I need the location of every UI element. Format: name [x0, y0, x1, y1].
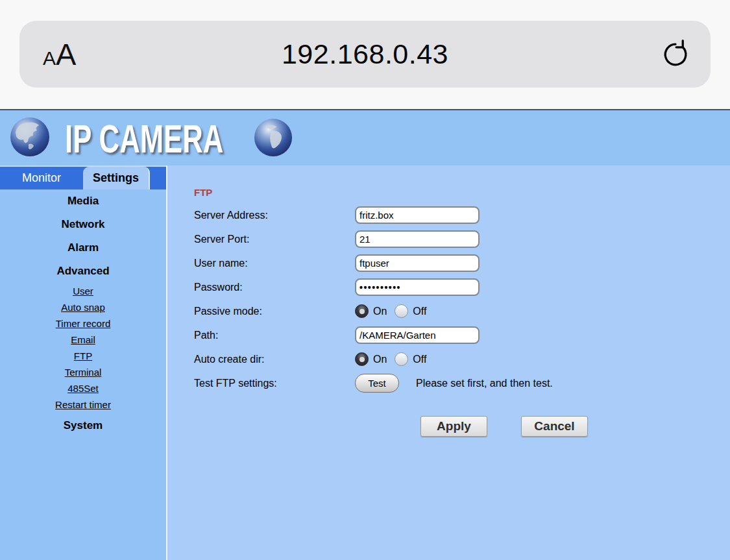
path-input[interactable]: [355, 326, 480, 344]
sidebar-item-alarm[interactable]: Alarm: [0, 236, 166, 260]
auto-create-dir-off-label: Off: [413, 354, 426, 365]
sidebar-item-timer-record[interactable]: Timer record: [0, 315, 166, 332]
address-bar[interactable]: AA 192.168.0.43: [19, 21, 711, 88]
sidebar-item-system[interactable]: System: [0, 414, 166, 437]
password-label: Password:: [194, 282, 355, 293]
username-input[interactable]: [355, 254, 480, 272]
reload-icon[interactable]: [660, 39, 691, 70]
server-port-input[interactable]: [355, 230, 480, 248]
auto-create-dir-on-label: On: [373, 354, 387, 365]
path-label: Path:: [194, 330, 355, 341]
passive-mode-label: Passive mode:: [194, 306, 355, 317]
test-note: Please set first, and then test.: [416, 378, 553, 389]
auto-create-dir-row: Auto create dir: On Off: [194, 347, 730, 371]
sidebar-item-485set[interactable]: 485Set: [0, 380, 166, 396]
browser-chrome: AA 192.168.0.43: [0, 0, 730, 110]
site-header: IP CAMERA: [0, 110, 730, 165]
passive-mode-on-label: On: [373, 306, 387, 317]
cancel-button[interactable]: Cancel: [521, 416, 588, 437]
tab-bar: Monitor Settings: [0, 165, 166, 189]
test-button[interactable]: Test: [355, 374, 399, 393]
ftp-heading: FTP: [194, 187, 730, 198]
test-ftp-row: Test FTP settings: Test Please set first…: [194, 371, 730, 395]
path-row: Path:: [194, 323, 730, 347]
tab-monitor[interactable]: Monitor: [0, 167, 83, 189]
sidebar-item-terminal[interactable]: Terminal: [0, 364, 166, 380]
app-body: Monitor Settings Media Network Alarm Adv…: [0, 165, 730, 560]
server-address-row: Server Address:: [194, 203, 730, 227]
auto-create-dir-off-radio[interactable]: [395, 352, 408, 366]
password-input[interactable]: [355, 278, 480, 296]
apply-button[interactable]: Apply: [420, 416, 487, 437]
password-row: Password:: [194, 275, 730, 299]
sidebar-item-user[interactable]: User: [0, 283, 166, 299]
tab-settings[interactable]: Settings: [83, 167, 150, 189]
sidebar-item-auto-snap[interactable]: Auto snap: [0, 299, 166, 315]
test-ftp-label: Test FTP settings:: [194, 378, 355, 389]
passive-mode-off-label: Off: [413, 306, 426, 317]
page-title: IP CAMERA: [65, 116, 223, 162]
action-row: Apply Cancel: [194, 416, 730, 437]
server-address-input[interactable]: [355, 206, 480, 224]
sidebar-item-restart-timer[interactable]: Restart timer: [0, 396, 166, 413]
username-row: User name:: [194, 251, 730, 275]
passive-mode-on-radio[interactable]: [355, 304, 369, 318]
username-label: User name:: [194, 258, 355, 269]
auto-create-dir-label: Auto create dir:: [194, 354, 355, 365]
globe-south-america-icon: [253, 117, 293, 160]
server-port-row: Server Port:: [194, 227, 730, 251]
sidebar-item-network[interactable]: Network: [0, 213, 166, 236]
globe-americas-icon: [9, 116, 51, 160]
auto-create-dir-on-radio[interactable]: [355, 352, 369, 366]
ftp-settings-panel: FTP Server Address: Server Port: User na…: [167, 165, 730, 560]
sidebar-item-ftp[interactable]: FTP: [0, 348, 166, 364]
server-port-label: Server Port:: [194, 234, 355, 245]
passive-mode-off-radio[interactable]: [395, 304, 408, 318]
auto-create-dir-radio-group: On Off: [355, 352, 434, 366]
url-text[interactable]: 192.168.0.43: [19, 38, 711, 70]
server-address-label: Server Address:: [194, 210, 355, 221]
passive-mode-radio-group: On Off: [355, 304, 434, 318]
sidebar-item-media[interactable]: Media: [0, 189, 166, 213]
sidebar: Monitor Settings Media Network Alarm Adv…: [0, 165, 167, 560]
sidebar-item-advanced[interactable]: Advanced: [0, 260, 166, 283]
passive-mode-row: Passive mode: On Off: [194, 299, 730, 323]
sidebar-item-email[interactable]: Email: [0, 332, 166, 348]
